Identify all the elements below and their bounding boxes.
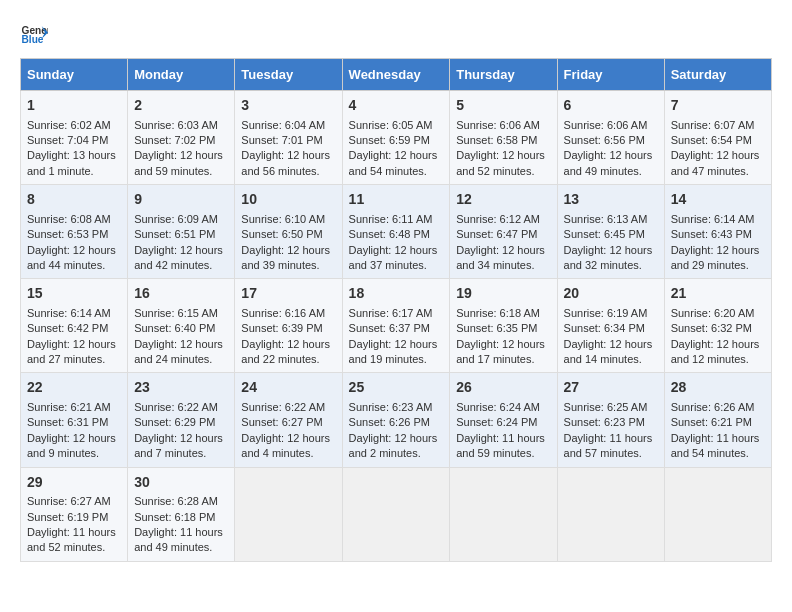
- day-info: Sunrise: 6:16 AMSunset: 6:39 PMDaylight:…: [241, 307, 330, 365]
- calendar-cell: 19Sunrise: 6:18 AMSunset: 6:35 PMDayligh…: [450, 279, 557, 373]
- day-number: 30: [134, 473, 228, 493]
- logo-icon: General Blue: [20, 20, 48, 48]
- day-info: Sunrise: 6:28 AMSunset: 6:18 PMDaylight:…: [134, 495, 223, 553]
- day-number: 15: [27, 284, 121, 304]
- week-row-1: 1Sunrise: 6:02 AMSunset: 7:04 PMDaylight…: [21, 91, 772, 185]
- day-number: 4: [349, 96, 444, 116]
- calendar-cell: 11Sunrise: 6:11 AMSunset: 6:48 PMDayligh…: [342, 185, 450, 279]
- day-info: Sunrise: 6:11 AMSunset: 6:48 PMDaylight:…: [349, 213, 438, 271]
- calendar-cell: 3Sunrise: 6:04 AMSunset: 7:01 PMDaylight…: [235, 91, 342, 185]
- calendar-cell: 8Sunrise: 6:08 AMSunset: 6:53 PMDaylight…: [21, 185, 128, 279]
- calendar-cell: 29Sunrise: 6:27 AMSunset: 6:19 PMDayligh…: [21, 467, 128, 561]
- calendar-cell: 15Sunrise: 6:14 AMSunset: 6:42 PMDayligh…: [21, 279, 128, 373]
- day-info: Sunrise: 6:05 AMSunset: 6:59 PMDaylight:…: [349, 119, 438, 177]
- day-number: 17: [241, 284, 335, 304]
- calendar-cell: 20Sunrise: 6:19 AMSunset: 6:34 PMDayligh…: [557, 279, 664, 373]
- day-number: 23: [134, 378, 228, 398]
- day-number: 5: [456, 96, 550, 116]
- calendar-cell: 26Sunrise: 6:24 AMSunset: 6:24 PMDayligh…: [450, 373, 557, 467]
- day-number: 20: [564, 284, 658, 304]
- col-header-friday: Friday: [557, 59, 664, 91]
- day-info: Sunrise: 6:10 AMSunset: 6:50 PMDaylight:…: [241, 213, 330, 271]
- calendar-cell: 23Sunrise: 6:22 AMSunset: 6:29 PMDayligh…: [128, 373, 235, 467]
- day-number: 6: [564, 96, 658, 116]
- calendar-cell: 22Sunrise: 6:21 AMSunset: 6:31 PMDayligh…: [21, 373, 128, 467]
- day-number: 8: [27, 190, 121, 210]
- calendar-cell: 1Sunrise: 6:02 AMSunset: 7:04 PMDaylight…: [21, 91, 128, 185]
- day-number: 28: [671, 378, 765, 398]
- calendar-cell: 27Sunrise: 6:25 AMSunset: 6:23 PMDayligh…: [557, 373, 664, 467]
- day-number: 18: [349, 284, 444, 304]
- day-info: Sunrise: 6:02 AMSunset: 7:04 PMDaylight:…: [27, 119, 116, 177]
- day-number: 22: [27, 378, 121, 398]
- week-row-3: 15Sunrise: 6:14 AMSunset: 6:42 PMDayligh…: [21, 279, 772, 373]
- day-number: 19: [456, 284, 550, 304]
- day-info: Sunrise: 6:24 AMSunset: 6:24 PMDaylight:…: [456, 401, 545, 459]
- day-number: 3: [241, 96, 335, 116]
- day-info: Sunrise: 6:03 AMSunset: 7:02 PMDaylight:…: [134, 119, 223, 177]
- day-number: 21: [671, 284, 765, 304]
- day-number: 2: [134, 96, 228, 116]
- day-info: Sunrise: 6:18 AMSunset: 6:35 PMDaylight:…: [456, 307, 545, 365]
- day-info: Sunrise: 6:07 AMSunset: 6:54 PMDaylight:…: [671, 119, 760, 177]
- calendar-cell: 7Sunrise: 6:07 AMSunset: 6:54 PMDaylight…: [664, 91, 771, 185]
- calendar-cell: [664, 467, 771, 561]
- day-info: Sunrise: 6:15 AMSunset: 6:40 PMDaylight:…: [134, 307, 223, 365]
- day-number: 12: [456, 190, 550, 210]
- page-header: General Blue: [20, 20, 772, 48]
- day-info: Sunrise: 6:13 AMSunset: 6:45 PMDaylight:…: [564, 213, 653, 271]
- day-number: 10: [241, 190, 335, 210]
- day-number: 11: [349, 190, 444, 210]
- col-header-saturday: Saturday: [664, 59, 771, 91]
- calendar-cell: 10Sunrise: 6:10 AMSunset: 6:50 PMDayligh…: [235, 185, 342, 279]
- day-number: 14: [671, 190, 765, 210]
- calendar-cell: 18Sunrise: 6:17 AMSunset: 6:37 PMDayligh…: [342, 279, 450, 373]
- day-number: 7: [671, 96, 765, 116]
- day-info: Sunrise: 6:08 AMSunset: 6:53 PMDaylight:…: [27, 213, 116, 271]
- calendar-cell: 24Sunrise: 6:22 AMSunset: 6:27 PMDayligh…: [235, 373, 342, 467]
- calendar-cell: 6Sunrise: 6:06 AMSunset: 6:56 PMDaylight…: [557, 91, 664, 185]
- calendar-cell: [342, 467, 450, 561]
- day-info: Sunrise: 6:14 AMSunset: 6:43 PMDaylight:…: [671, 213, 760, 271]
- svg-text:Blue: Blue: [22, 34, 44, 45]
- calendar-cell: 4Sunrise: 6:05 AMSunset: 6:59 PMDaylight…: [342, 91, 450, 185]
- day-number: 16: [134, 284, 228, 304]
- calendar-cell: 28Sunrise: 6:26 AMSunset: 6:21 PMDayligh…: [664, 373, 771, 467]
- col-header-thursday: Thursday: [450, 59, 557, 91]
- day-number: 26: [456, 378, 550, 398]
- calendar-cell: 2Sunrise: 6:03 AMSunset: 7:02 PMDaylight…: [128, 91, 235, 185]
- day-info: Sunrise: 6:26 AMSunset: 6:21 PMDaylight:…: [671, 401, 760, 459]
- day-info: Sunrise: 6:06 AMSunset: 6:56 PMDaylight:…: [564, 119, 653, 177]
- week-row-5: 29Sunrise: 6:27 AMSunset: 6:19 PMDayligh…: [21, 467, 772, 561]
- day-number: 9: [134, 190, 228, 210]
- calendar-cell: 25Sunrise: 6:23 AMSunset: 6:26 PMDayligh…: [342, 373, 450, 467]
- calendar-cell: 13Sunrise: 6:13 AMSunset: 6:45 PMDayligh…: [557, 185, 664, 279]
- calendar-cell: 30Sunrise: 6:28 AMSunset: 6:18 PMDayligh…: [128, 467, 235, 561]
- calendar-table: SundayMondayTuesdayWednesdayThursdayFrid…: [20, 58, 772, 562]
- day-info: Sunrise: 6:09 AMSunset: 6:51 PMDaylight:…: [134, 213, 223, 271]
- day-number: 27: [564, 378, 658, 398]
- calendar-cell: [557, 467, 664, 561]
- calendar-cell: 9Sunrise: 6:09 AMSunset: 6:51 PMDaylight…: [128, 185, 235, 279]
- day-info: Sunrise: 6:04 AMSunset: 7:01 PMDaylight:…: [241, 119, 330, 177]
- calendar-cell: 5Sunrise: 6:06 AMSunset: 6:58 PMDaylight…: [450, 91, 557, 185]
- day-number: 25: [349, 378, 444, 398]
- day-info: Sunrise: 6:22 AMSunset: 6:29 PMDaylight:…: [134, 401, 223, 459]
- day-info: Sunrise: 6:06 AMSunset: 6:58 PMDaylight:…: [456, 119, 545, 177]
- logo: General Blue: [20, 20, 52, 48]
- calendar-cell: 14Sunrise: 6:14 AMSunset: 6:43 PMDayligh…: [664, 185, 771, 279]
- day-info: Sunrise: 6:19 AMSunset: 6:34 PMDaylight:…: [564, 307, 653, 365]
- col-header-monday: Monday: [128, 59, 235, 91]
- calendar-cell: 21Sunrise: 6:20 AMSunset: 6:32 PMDayligh…: [664, 279, 771, 373]
- day-info: Sunrise: 6:27 AMSunset: 6:19 PMDaylight:…: [27, 495, 116, 553]
- day-info: Sunrise: 6:20 AMSunset: 6:32 PMDaylight:…: [671, 307, 760, 365]
- day-number: 13: [564, 190, 658, 210]
- calendar-cell: 17Sunrise: 6:16 AMSunset: 6:39 PMDayligh…: [235, 279, 342, 373]
- day-info: Sunrise: 6:14 AMSunset: 6:42 PMDaylight:…: [27, 307, 116, 365]
- col-header-wednesday: Wednesday: [342, 59, 450, 91]
- col-header-tuesday: Tuesday: [235, 59, 342, 91]
- day-info: Sunrise: 6:25 AMSunset: 6:23 PMDaylight:…: [564, 401, 653, 459]
- day-number: 29: [27, 473, 121, 493]
- day-info: Sunrise: 6:21 AMSunset: 6:31 PMDaylight:…: [27, 401, 116, 459]
- calendar-cell: 12Sunrise: 6:12 AMSunset: 6:47 PMDayligh…: [450, 185, 557, 279]
